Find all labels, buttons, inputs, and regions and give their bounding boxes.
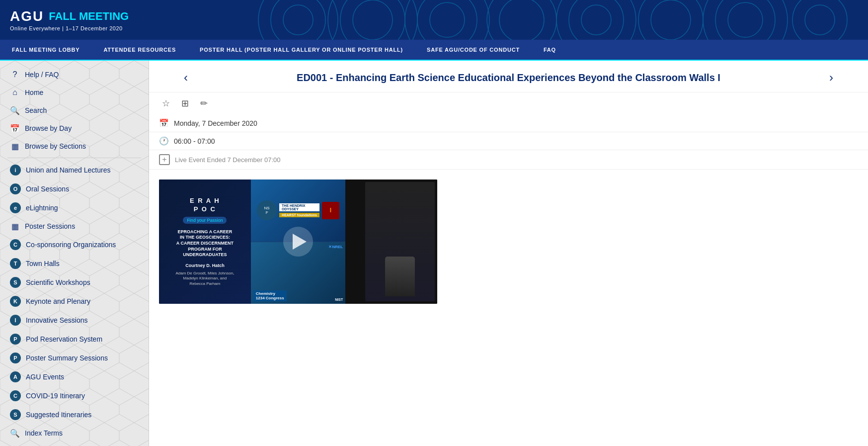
- prev-session-button[interactable]: ‹: [179, 68, 193, 87]
- index-terms-icon: 🔍: [10, 428, 20, 438]
- sidebar-item-browse-day[interactable]: 📅 Browse by Day: [0, 119, 149, 137]
- pod-reservation-icon: P: [10, 334, 21, 345]
- svg-point-20: [792, 0, 847, 40]
- sidebar-item-union-lectures[interactable]: i Union and Named Lectures: [0, 161, 149, 179]
- elightning-icon: e: [10, 202, 21, 213]
- agu-events-icon: A: [10, 371, 21, 382]
- svg-point-9: [499, 0, 544, 40]
- sidebar-item-search[interactable]: 🔍 Search: [0, 101, 149, 119]
- town-halls-icon: T: [10, 258, 21, 269]
- video-play-button[interactable]: [283, 227, 313, 257]
- nav-faq[interactable]: FAQ: [532, 40, 568, 60]
- main-layout: ? Help / FAQ ⌂ Home 🔍 Search 📅 Browse by…: [0, 61, 868, 446]
- sidebar-item-help[interactable]: ? Help / FAQ: [0, 66, 149, 84]
- svg-point-0: [283, 5, 313, 35]
- live-event-plus[interactable]: +: [159, 154, 170, 165]
- sidebar-item-poster-summary[interactable]: P Poster Summary Sessions: [0, 349, 149, 367]
- svg-point-7: [417, 0, 477, 40]
- sidebar-item-keynote-plenary[interactable]: K Keynote and Plenary: [0, 292, 149, 311]
- header: AGU FALL MEETING Online Everywhere | 1–1…: [0, 0, 868, 40]
- poster-sessions-icon: ▦: [10, 221, 20, 231]
- sidebar-label-home: Home: [25, 89, 43, 96]
- svg-point-15: [638, 0, 703, 40]
- live-event-row: + Live Event Ended 7 December 07:00: [149, 150, 868, 170]
- sidebar-item-browse-sections[interactable]: ▦ Browse by Sections: [0, 137, 149, 155]
- poster-summary-icon: P: [10, 353, 21, 363]
- sidebar-label-covid-itinerary: COVID-19 Itinerary: [26, 392, 85, 400]
- video-container[interactable]: E R A HP O C Find your Passion EPROACHIN…: [159, 179, 437, 304]
- scientific-workshops-icon: S: [10, 277, 21, 288]
- sidebar-label-innovative-sessions: Innovative Sessions: [26, 316, 88, 324]
- sidebar-item-town-halls[interactable]: T Town Halls: [0, 254, 149, 273]
- calendar-icon: 📅: [10, 123, 20, 133]
- sidebar-item-index-terms[interactable]: 🔍 Index Terms: [0, 424, 149, 442]
- edit-icon[interactable]: ✏: [197, 96, 211, 110]
- svg-point-10: [487, 0, 556, 40]
- nav-fall-meeting-lobby[interactable]: FALL MEETING LOBBY: [0, 40, 91, 60]
- sidebar-item-poster-sessions[interactable]: ▦ Poster Sessions: [0, 217, 149, 235]
- sidebar-label-oral-sessions: Oral Sessions: [26, 185, 69, 193]
- svg-point-12: [569, 0, 624, 40]
- home-icon: ⌂: [10, 88, 20, 97]
- sidebar-label-poster-sessions: Poster Sessions: [25, 222, 75, 230]
- sidebar-label-browse-day: Browse by Day: [25, 124, 72, 132]
- co-authors: Adam De Groodt, Miles Johnson,Madelyn Kl…: [175, 271, 234, 286]
- fall-meeting-title: FALL MEETING: [49, 11, 129, 22]
- add-icon[interactable]: ⊞: [178, 96, 192, 110]
- sidebar-item-oral-sessions[interactable]: O Oral Sessions: [0, 179, 149, 198]
- help-icon: ?: [10, 70, 20, 80]
- sidebar-label-browse-sections: Browse by Sections: [25, 142, 86, 150]
- agu-logo: AGU: [10, 8, 44, 24]
- clock-icon: 🕐: [159, 136, 169, 146]
- sidebar-item-home[interactable]: ⌂ Home: [0, 84, 149, 101]
- sidebar-item-innovative-sessions[interactable]: I Innovative Sessions: [0, 311, 149, 330]
- suggested-itineraries-icon: S: [10, 409, 21, 420]
- action-row: ☆ ⊞ ✏: [149, 92, 868, 114]
- sidebar-label-help: Help / FAQ: [25, 71, 59, 79]
- svg-point-19: [805, 5, 835, 35]
- sidebar-item-elightning[interactable]: e eLightning: [0, 198, 149, 217]
- sidebar-divider-1: [7, 158, 141, 158]
- innovative-sessions-icon: I: [10, 315, 21, 326]
- co-sponsoring-icon: C: [10, 239, 21, 250]
- sidebar-label-poster-summary: Poster Summary Sessions: [26, 354, 108, 362]
- session-title: ED001 - Enhancing Earth Science Educatio…: [198, 72, 819, 84]
- oral-sessions-icon: O: [10, 183, 21, 194]
- sidebar-label-keynote-plenary: Keynote and Plenary: [26, 297, 90, 305]
- sidebar-item-co-sponsoring[interactable]: C Co-sponsoring Organizations: [0, 235, 149, 254]
- svg-point-16: [728, 2, 763, 37]
- union-lectures-icon: i: [10, 165, 21, 176]
- sidebar-label-union-lectures: Union and Named Lectures: [26, 166, 110, 174]
- sidebar-label-scientific-workshops: Scientific Workshops: [26, 278, 90, 286]
- svg-point-2: [258, 0, 338, 40]
- next-session-button[interactable]: ›: [824, 68, 838, 87]
- sidebar-item-pod-reservation[interactable]: P Pod Reservation System: [0, 330, 149, 349]
- sidebar: ? Help / FAQ ⌂ Home 🔍 Search 📅 Browse by…: [0, 61, 149, 446]
- tagline-label: Find your Passion: [183, 217, 227, 224]
- star-icon[interactable]: ☆: [159, 96, 173, 110]
- play-triangle: [293, 234, 307, 250]
- nav-safe-agu[interactable]: SAFE AGU/CODE OF CONDUCT: [415, 40, 532, 60]
- session-time: 06:00 - 07:00: [174, 137, 215, 145]
- svg-point-17: [715, 0, 775, 40]
- date-row: 📅 Monday, 7 December 2020: [149, 114, 868, 132]
- sidebar-label-suggested-itineraries: Suggested Itineraries: [26, 411, 91, 419]
- svg-point-13: [556, 0, 636, 40]
- keynote-plenary-icon: K: [10, 296, 21, 307]
- svg-point-3: [353, 0, 393, 40]
- svg-point-1: [271, 0, 325, 40]
- sidebar-item-scientific-workshops[interactable]: S Scientific Workshops: [0, 273, 149, 292]
- svg-point-4: [340, 0, 405, 40]
- sidebar-label-elightning: eLightning: [26, 204, 58, 212]
- content-area: ‹ ED001 - Enhancing Earth Science Educat…: [149, 61, 868, 446]
- search-icon: 🔍: [10, 105, 20, 115]
- time-row: 🕐 06:00 - 07:00: [149, 132, 868, 150]
- calendar-info-icon: 📅: [159, 118, 169, 128]
- session-header: ‹ ED001 - Enhancing Earth Science Educat…: [149, 61, 868, 92]
- sidebar-item-covid-itinerary[interactable]: C COVID-19 Itinerary: [0, 386, 149, 405]
- nav-poster-hall[interactable]: POSTER HALL (POSTER HALL GALLERY OR ONLI…: [188, 40, 415, 60]
- nav-attendee-resources[interactable]: ATTENDEE RESOURCES: [91, 40, 188, 60]
- eraph-brand: E R A HP O C: [190, 197, 220, 214]
- sidebar-item-suggested-itineraries[interactable]: S Suggested Itineraries: [0, 405, 149, 424]
- sidebar-item-agu-events[interactable]: A AGU Events: [0, 367, 149, 386]
